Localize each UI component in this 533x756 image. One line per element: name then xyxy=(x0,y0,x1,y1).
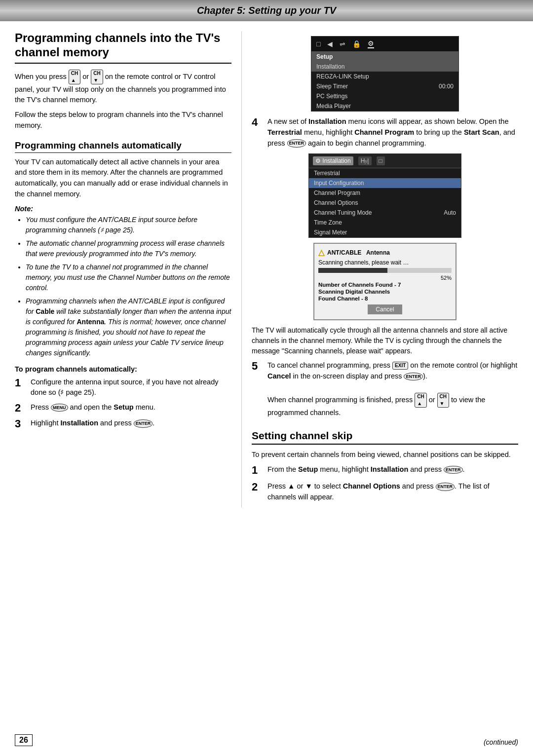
install-channel-program: Channel Program xyxy=(309,188,461,198)
skip-step-2: 2 Press ▲ or ▼ to select Channel Options… xyxy=(252,481,518,503)
warning-icon: △ xyxy=(318,248,324,257)
popup-title: ANT/CABLE Antenna xyxy=(327,249,390,256)
ch-up-key: CH▲ xyxy=(69,70,80,84)
tv-menu-installation: Installation xyxy=(311,62,458,72)
enter-key-skip2: ENTER xyxy=(436,483,455,491)
note-item: You must configure the ANT/CABLE input s… xyxy=(26,215,231,235)
chapter-title: Chapter 5: Setting up your TV xyxy=(0,5,533,16)
progress-fill xyxy=(318,268,387,273)
note-item: The automatic channel programming proces… xyxy=(26,238,231,259)
ch-down-key-2: CH▼ xyxy=(437,393,449,408)
tv-menu-media: Media Player xyxy=(311,101,458,111)
tv-icon-lock: 🔒 xyxy=(352,40,361,48)
cancel-button[interactable]: Cancel xyxy=(368,304,402,314)
steps-list: 1 Configure the antenna input source, if… xyxy=(15,377,231,430)
popup-subtitle: Scanning channels, please wait … xyxy=(318,259,452,266)
step-1: 1 Configure the antenna input source, if… xyxy=(15,377,231,399)
content-wrapper: Programming channels into the TV's chann… xyxy=(0,21,533,518)
step-3: 3 Highlight Installation and press ENTER… xyxy=(15,418,231,430)
page-number: 26 xyxy=(15,734,33,746)
notes-list: You must configure the ANT/CABLE input s… xyxy=(15,215,231,358)
ch-down-key: CH▼ xyxy=(91,70,103,84)
channel-skip-title: Setting channel skip xyxy=(252,430,518,445)
skip-step-2-text: Press ▲ or ▼ to select Channel Options a… xyxy=(267,481,518,503)
auto-title: Programming channels automatically xyxy=(15,140,231,153)
enter-key-5: ENTER xyxy=(404,373,423,380)
install-signal-meter: Signal Meter xyxy=(309,227,461,237)
install-menu-screenshot: ⚙ Installation H𝑦| □ Terrestrial Input C… xyxy=(308,153,461,238)
tv-menu-icons: □ ◀ ⇌ 🔒 ⚙ xyxy=(311,37,458,52)
note-item: To tune the TV to a channel not programm… xyxy=(26,262,231,293)
tv-icon-settings: ⚙ xyxy=(368,39,374,48)
step-3-text: Highlight Installation and press ENTER. xyxy=(31,418,231,429)
menu-key: MENU xyxy=(51,404,68,412)
right-steps: 4 A new set of Installation menu icons w… xyxy=(252,116,518,149)
install-settings-icon: ⚙ Installation xyxy=(313,156,353,165)
install-time-zone: Time Zone xyxy=(309,218,461,227)
popup-found-channel: Found Channel - 8 xyxy=(318,296,452,302)
right-column: □ ◀ ⇌ 🔒 ⚙ Setup Installation REGZA-LINK … xyxy=(242,31,518,508)
enter-key: ENTER xyxy=(134,419,153,427)
popup-channels-found: Number of Channels Found - 7 xyxy=(318,282,452,288)
right-step-4: 4 A new set of Installation menu icons w… xyxy=(252,116,518,149)
skip-steps-list: 1 From the Setup menu, highlight Install… xyxy=(252,464,518,503)
install-tuning-mode: Channel Tuning Mode Auto xyxy=(309,208,461,218)
tv-menu-screenshot: □ ◀ ⇌ 🔒 ⚙ Setup Installation REGZA-LINK … xyxy=(311,36,459,112)
intro-para-2: Follow the steps below to program channe… xyxy=(15,110,231,131)
install-menu-icons: ⚙ Installation H𝑦| □ xyxy=(309,154,461,168)
step-4-text: A new set of Installation menu icons wil… xyxy=(267,116,518,149)
tv-icon-screen: □ xyxy=(316,40,320,48)
page-header: Chapter 5: Setting up your TV xyxy=(0,0,533,21)
progress-percent: 52% xyxy=(318,275,452,281)
skip-step-1: 1 From the Setup menu, highlight Install… xyxy=(252,464,518,476)
step-heading: To program channels automatically: xyxy=(15,365,231,373)
enter-key-4: ENTER xyxy=(287,139,306,147)
main-title: Programming channels into the TV's chann… xyxy=(15,31,231,64)
progress-popup: △ ANT/CABLE Antenna Scanning channels, p… xyxy=(313,243,457,320)
popup-scanning-digital: Scanning Digital Channels xyxy=(318,289,452,295)
exit-key: EXIT xyxy=(392,362,408,370)
tv-menu-regza: REGZA-LINK Setup xyxy=(311,72,458,81)
install-input-config: Input Configuration xyxy=(309,178,461,188)
intro-para-1: When you press CH▲ or CH▼ on the remote … xyxy=(15,70,231,106)
tv-icon-signal: ⇌ xyxy=(340,40,345,48)
enter-key-skip1: ENTER xyxy=(444,466,463,474)
step-1-text: Configure the antenna input source, if y… xyxy=(31,377,231,399)
step-2-text: Press MENU and open the Setup menu. xyxy=(31,402,231,413)
tv-menu-pc: PC Settings xyxy=(311,91,458,101)
note-item: Programming channels when the ANT/CABLE … xyxy=(26,296,231,358)
install-screen-icon: □ xyxy=(377,156,385,165)
popup-header: △ ANT/CABLE Antenna xyxy=(318,248,452,257)
channel-skip-desc: To prevent certain channels from being v… xyxy=(252,450,518,460)
left-column: Programming channels into the TV's chann… xyxy=(15,31,242,508)
skip-step-1-text: From the Setup menu, highlight Installat… xyxy=(267,464,518,475)
auto-desc: Your TV can automatically detect all act… xyxy=(15,157,231,200)
right-step-5-list: 5 To cancel channel programming, press E… xyxy=(252,360,518,418)
install-hy-icon: H𝑦| xyxy=(358,156,372,165)
install-terrestrial: Terrestrial xyxy=(309,168,461,178)
step5-desc: The TV will automatically cycle through … xyxy=(252,325,518,356)
note-label: Note: xyxy=(15,205,231,213)
tv-menu-setup-header: Setup xyxy=(311,52,458,62)
step-5-text: To cancel channel programming, press EXI… xyxy=(267,360,518,418)
tv-menu-sleep: Sleep Timer 00:00 xyxy=(311,81,458,91)
ch-up-key-2: CH▲ xyxy=(415,393,426,408)
progress-bar xyxy=(318,268,452,273)
continued-label: (continued) xyxy=(484,738,518,746)
right-step-5: 5 To cancel channel programming, press E… xyxy=(252,360,518,418)
tv-icon-sound: ◀ xyxy=(327,40,333,48)
step-2: 2 Press MENU and open the Setup menu. xyxy=(15,402,231,414)
install-channel-options: Channel Options xyxy=(309,198,461,208)
